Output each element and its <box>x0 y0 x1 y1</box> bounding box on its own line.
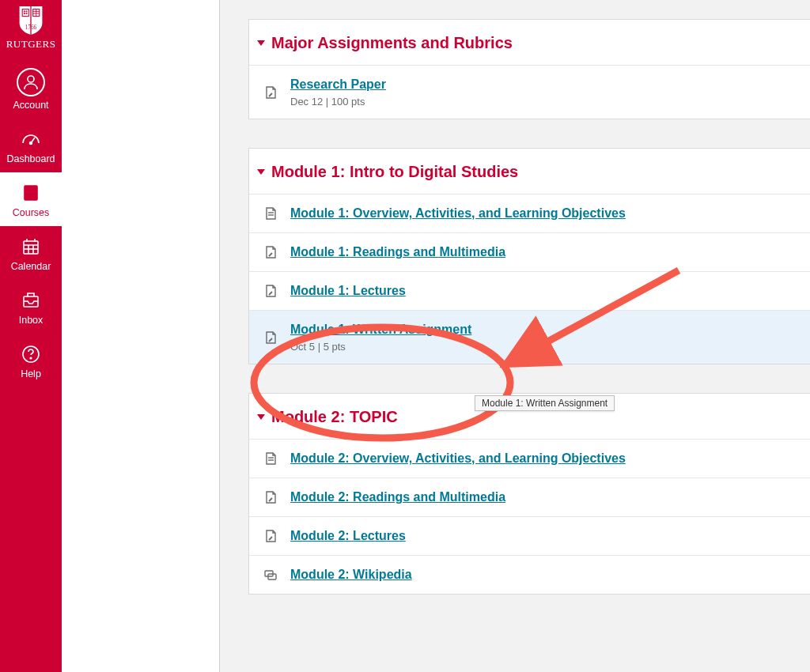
tooltip: Module 1: Written Assignment <box>475 395 615 411</box>
course-nav-panel <box>62 0 220 672</box>
module-item-overview[interactable]: Module 1: Overview, Activities, and Lear… <box>249 194 810 232</box>
module-item-meta: Dec 12 | 100 pts <box>290 96 386 108</box>
module-item-link[interactable]: Module 1: Lectures <box>290 283 406 299</box>
module-item-link[interactable]: Research Paper <box>290 77 386 92</box>
speedometer-icon <box>20 128 42 150</box>
module-title: Major Assignments and Rubrics <box>271 34 513 52</box>
module-item-overview[interactable]: Module 2: Overview, Activities, and Lear… <box>249 439 810 478</box>
modules-page: Major Assignments and Rubrics Research P… <box>220 0 810 672</box>
module-item-link[interactable]: Module 2: Overview, Activities, and Lear… <box>290 451 626 466</box>
nav-label: Inbox <box>19 315 44 326</box>
svg-text:1766: 1766 <box>25 25 37 31</box>
module-item-link[interactable]: Module 1: Written Assignment <box>290 322 471 338</box>
module-item-readings[interactable]: Module 2: Readings and Multimedia <box>249 478 810 516</box>
inbox-icon <box>20 289 42 311</box>
module-items: Research Paper Dec 12 | 100 pts <box>249 65 810 119</box>
svg-rect-4 <box>24 13 25 14</box>
svg-rect-2 <box>24 10 25 12</box>
svg-rect-17 <box>24 241 38 254</box>
svg-rect-5 <box>26 13 28 14</box>
global-nav: 1766 RUTGERS Account Dashboard <box>0 0 62 672</box>
nav-label: Account <box>13 100 48 111</box>
nav-courses[interactable]: Courses <box>0 172 62 226</box>
avatar-icon <box>17 68 45 96</box>
nav-calendar[interactable]: Calendar <box>0 226 62 280</box>
module-item-link[interactable]: Module 1: Overview, Activities, and Lear… <box>290 206 626 221</box>
module-item-link[interactable]: Module 2: Readings and Multimedia <box>290 489 505 505</box>
book-icon <box>20 182 42 204</box>
module-item-written-assignment[interactable]: Module 1: Written Assignment Oct 5 | 5 p… <box>249 310 810 364</box>
svg-point-11 <box>28 76 34 82</box>
module-card: Major Assignments and Rubrics Research P… <box>248 19 810 119</box>
module-item-meta: Oct 5 | 5 pts <box>290 341 471 353</box>
module-card: Module 2: TOPIC Module 2: Overview, Acti… <box>248 393 810 595</box>
assignment-icon <box>263 245 278 259</box>
page-icon <box>263 206 278 221</box>
module-header[interactable]: Major Assignments and Rubrics <box>249 20 810 65</box>
module-items: Module 1: Overview, Activities, and Lear… <box>249 194 810 364</box>
rutgers-shield-icon: 1766 <box>17 5 45 36</box>
module-title: Module 2: TOPIC <box>271 408 398 426</box>
assignment-icon <box>263 490 278 504</box>
nav-label: Help <box>21 368 41 379</box>
chevron-down-icon <box>257 169 265 175</box>
module-item-research-paper[interactable]: Research Paper Dec 12 | 100 pts <box>249 65 810 119</box>
assignment-icon <box>263 85 278 100</box>
nav-dashboard[interactable]: Dashboard <box>0 119 62 172</box>
assignment-icon <box>263 330 278 345</box>
module-item-lectures[interactable]: Module 2: Lectures <box>249 516 810 555</box>
page-icon <box>263 451 278 466</box>
module-title: Module 1: Intro to Digital Studies <box>271 163 518 181</box>
discussion-icon <box>263 568 278 582</box>
brand-name: RUTGERS <box>6 38 56 51</box>
chevron-down-icon <box>257 40 265 46</box>
module-item-link[interactable]: Module 2: Lectures <box>290 528 406 544</box>
svg-point-13 <box>30 142 32 145</box>
module-card: Module 1: Intro to Digital Studies Modul… <box>248 148 810 364</box>
calendar-icon <box>20 236 42 258</box>
module-item-readings[interactable]: Module 1: Readings and Multimedia <box>249 232 810 271</box>
nav-label: Courses <box>13 207 50 218</box>
module-header[interactable]: Module 1: Intro to Digital Studies <box>249 149 810 194</box>
svg-rect-3 <box>26 10 28 12</box>
nav-help[interactable]: Help <box>0 334 62 387</box>
brand-logo[interactable]: 1766 RUTGERS <box>6 5 56 51</box>
module-item-wikipedia[interactable]: Module 2: Wikipedia <box>249 555 810 594</box>
nav-label: Calendar <box>11 261 51 272</box>
svg-point-26 <box>30 357 32 359</box>
assignment-icon <box>263 284 278 298</box>
module-item-lectures[interactable]: Module 1: Lectures <box>249 271 810 310</box>
nav-inbox[interactable]: Inbox <box>0 280 62 334</box>
assignment-icon <box>263 529 278 543</box>
module-items: Module 2: Overview, Activities, and Lear… <box>249 439 810 594</box>
module-item-link[interactable]: Module 1: Readings and Multimedia <box>290 244 505 260</box>
chevron-down-icon <box>257 414 265 420</box>
module-item-link[interactable]: Module 2: Wikipedia <box>290 567 412 583</box>
nav-account[interactable]: Account <box>0 59 62 119</box>
nav-label: Dashboard <box>6 153 55 164</box>
help-icon <box>20 343 42 365</box>
